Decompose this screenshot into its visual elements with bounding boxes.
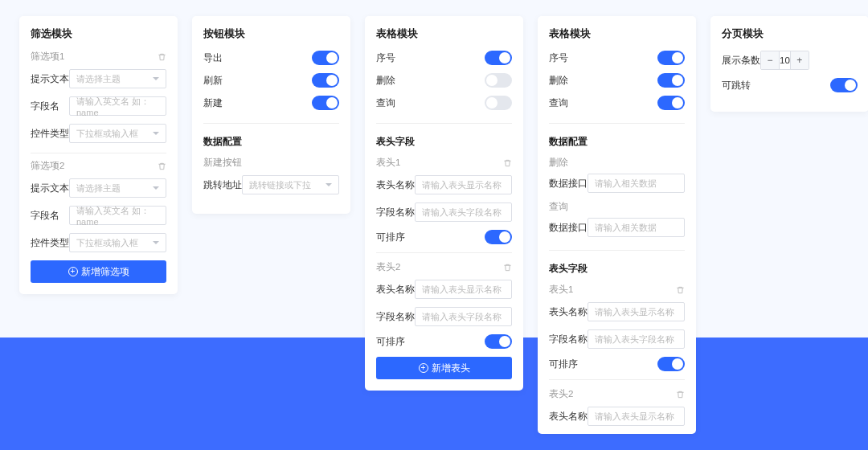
control-select[interactable]: 下拉框或输入框 bbox=[69, 124, 166, 143]
query-toggle[interactable] bbox=[657, 96, 685, 110]
toggle-row: 查询 bbox=[549, 96, 685, 110]
delete-icon[interactable] bbox=[503, 158, 512, 168]
add-filter-button[interactable]: + 新增筛选项 bbox=[31, 260, 166, 283]
toggle-row: 序号 bbox=[376, 51, 512, 65]
export-toggle[interactable] bbox=[312, 51, 339, 65]
delete-icon[interactable] bbox=[158, 162, 166, 171]
count-stepper[interactable]: − 10 + bbox=[760, 51, 809, 70]
form-row: 提示文本 请选择主题 bbox=[31, 178, 166, 198]
head-field-input[interactable]: 请输入表头字段名称 bbox=[588, 329, 685, 349]
toggle-row: 刷新 bbox=[203, 73, 339, 88]
control-label: 控件类型 bbox=[31, 237, 69, 249]
form-row: 展示条数 − 10 + bbox=[722, 51, 858, 70]
head-name-input[interactable]: 请输入表头显示名称 bbox=[415, 175, 512, 194]
sortable-toggle[interactable] bbox=[485, 334, 512, 349]
index-toggle[interactable] bbox=[657, 51, 685, 65]
refresh-toggle[interactable] bbox=[312, 73, 339, 88]
delete-toggle[interactable] bbox=[657, 73, 685, 88]
sortable-toggle[interactable] bbox=[657, 357, 685, 371]
head-group-header: 表头2 bbox=[549, 379, 685, 400]
head-group-label: 表头2 bbox=[376, 261, 400, 273]
create-toggle[interactable] bbox=[312, 96, 339, 110]
sortable-toggle[interactable] bbox=[485, 230, 512, 244]
stepper-minus-button[interactable]: − bbox=[761, 51, 779, 69]
delete-icon[interactable] bbox=[158, 52, 166, 62]
sortable-label: 可排序 bbox=[549, 358, 578, 370]
data-api-label: 数据接口 bbox=[549, 178, 588, 190]
query-toggle[interactable] bbox=[485, 96, 512, 110]
sortable-label: 可排序 bbox=[376, 231, 405, 243]
add-header-button[interactable]: + 新增表头 bbox=[376, 357, 512, 379]
jumpable-toggle[interactable] bbox=[830, 78, 858, 92]
hint-select[interactable]: 请选择主题 bbox=[69, 69, 166, 88]
form-row: 提示文本 请选择主题 bbox=[31, 69, 166, 88]
form-row: 字段名 请输入英文名 如：name bbox=[31, 96, 166, 116]
toggle-row: 可跳转 bbox=[722, 78, 858, 92]
panel-title: 表格模块 bbox=[549, 27, 685, 41]
form-row: 数据接口 请输入相关数据 bbox=[549, 174, 685, 193]
filter-item-header: 筛选项1 bbox=[31, 51, 166, 63]
head-name-input[interactable]: 请输入表头显示名称 bbox=[415, 280, 512, 299]
field-input[interactable]: 请输入英文名 如：name bbox=[69, 206, 166, 225]
head-field-input[interactable]: 请输入表头字段名称 bbox=[415, 202, 512, 222]
toggle-label: 序号 bbox=[549, 52, 568, 64]
control-label: 控件类型 bbox=[31, 128, 69, 140]
delete-icon[interactable] bbox=[676, 390, 685, 399]
jump-select[interactable]: 跳转链接或下拉 bbox=[242, 175, 339, 194]
head-field-label: 字段名称 bbox=[549, 333, 588, 346]
toggle-row: 可排序 bbox=[376, 230, 512, 244]
head-name-label: 表头名称 bbox=[549, 411, 588, 423]
form-row: 控件类型 下拉框或输入框 bbox=[31, 124, 166, 143]
form-row: 表头名称 请输入表头显示名称 bbox=[376, 280, 512, 299]
head-group-header: 表头1 bbox=[549, 284, 685, 296]
field-label: 字段名 bbox=[31, 210, 69, 222]
table-module-panel-1: 表格模块 序号 删除 查询 表头字段 表头1 表头名称 请输入表头显示名称 字段… bbox=[365, 16, 523, 391]
jumpable-label: 可跳转 bbox=[722, 80, 751, 92]
field-label: 字段名 bbox=[31, 100, 69, 112]
field-input[interactable]: 请输入英文名 如：name bbox=[69, 96, 166, 116]
stepper-value: 10 bbox=[779, 51, 791, 69]
sortable-label: 可排序 bbox=[376, 336, 405, 348]
toggle-label: 新建 bbox=[203, 97, 223, 109]
toggle-row: 新建 bbox=[203, 96, 339, 110]
toggle-row: 可排序 bbox=[376, 334, 512, 349]
toggle-label: 刷新 bbox=[203, 75, 223, 87]
head-group-label: 表头1 bbox=[549, 284, 573, 296]
head-name-input[interactable]: 请输入表头显示名称 bbox=[588, 407, 685, 426]
filter-item-label: 筛选项1 bbox=[31, 51, 64, 63]
data-api-label: 数据接口 bbox=[549, 222, 588, 234]
index-toggle[interactable] bbox=[485, 51, 512, 65]
form-row: 字段名称 请输入表头字段名称 bbox=[376, 307, 512, 326]
delete-toggle[interactable] bbox=[485, 73, 512, 88]
filter-item-label: 筛选项2 bbox=[31, 160, 64, 172]
plus-icon: + bbox=[68, 267, 78, 276]
toggle-row: 删除 bbox=[376, 73, 512, 88]
delete-icon[interactable] bbox=[503, 263, 512, 272]
toggle-label: 导出 bbox=[203, 52, 223, 64]
head-name-input[interactable]: 请输入表头显示名称 bbox=[588, 302, 685, 321]
data-api-input[interactable]: 请输入相关数据 bbox=[588, 218, 685, 237]
header-fields-title: 表头字段 bbox=[376, 123, 512, 149]
panel-title: 按钮模块 bbox=[203, 27, 339, 41]
pagination-module-panel: 分页模块 展示条数 − 10 + 可跳转 bbox=[710, 16, 868, 112]
hint-label: 提示文本 bbox=[31, 182, 69, 194]
plus-icon: + bbox=[419, 363, 428, 373]
button-module-panel: 按钮模块 导出 刷新 新建 数据配置 新建按钮 跳转地址 跳转链接或下拉 bbox=[192, 16, 350, 214]
head-field-label: 字段名称 bbox=[376, 311, 415, 323]
toggle-label: 删除 bbox=[549, 75, 568, 87]
control-select[interactable]: 下拉框或输入框 bbox=[69, 233, 166, 252]
head-group-header: 表头2 bbox=[376, 252, 512, 273]
stepper-plus-button[interactable]: + bbox=[791, 51, 809, 69]
new-button-label: 新建按钮 bbox=[203, 157, 339, 169]
data-config-title: 数据配置 bbox=[549, 123, 685, 149]
panel-title: 筛选模块 bbox=[31, 27, 166, 41]
data-api-input[interactable]: 请输入相关数据 bbox=[588, 174, 685, 193]
hint-select[interactable]: 请选择主题 bbox=[69, 178, 166, 198]
add-filter-label: 新增筛选项 bbox=[81, 266, 129, 278]
form-row: 字段名称 请输入表头字段名称 bbox=[549, 329, 685, 349]
head-field-label: 字段名称 bbox=[376, 207, 415, 219]
jump-label: 跳转地址 bbox=[203, 179, 242, 191]
head-field-input[interactable]: 请输入表头字段名称 bbox=[415, 307, 512, 326]
delete-icon[interactable] bbox=[676, 285, 685, 295]
toggle-row: 可排序 bbox=[549, 357, 685, 371]
